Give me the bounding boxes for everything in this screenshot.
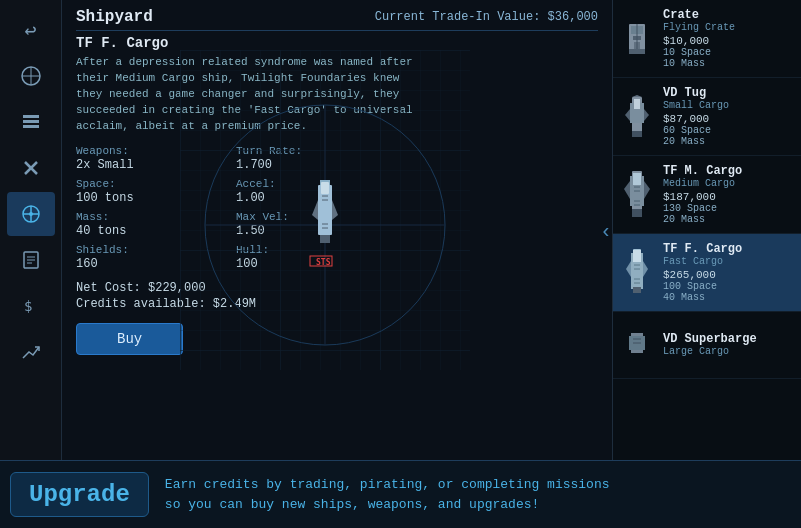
max-vel-label: Max Vel: xyxy=(236,211,396,223)
svg-marker-58 xyxy=(626,261,631,277)
upgrade-label[interactable]: Upgrade xyxy=(10,472,149,517)
accel-stat: Accel: 1.00 xyxy=(236,178,396,205)
hull-value: 100 xyxy=(236,257,396,271)
svg-rect-37 xyxy=(629,49,645,54)
tf-m-cargo-price: $187,000 xyxy=(663,191,795,203)
hull-label: Hull: xyxy=(236,244,396,256)
ship-list-item-tf-m-cargo[interactable]: TF M. Cargo Medium Cargo $187,000 130 Sp… xyxy=(613,156,801,234)
space-stat: Space: 100 tons xyxy=(76,178,236,205)
ship-list-item-crate[interactable]: Crate Flying Crate $10,000 10 Space10 Ma… xyxy=(613,0,801,78)
max-vel-value: 1.50 xyxy=(236,224,396,238)
vd-tug-name: VD Tug xyxy=(663,86,795,100)
vd-tug-ship-icon xyxy=(619,92,655,142)
stats-grid: Weapons: 2x Small Turn Rate: 1.700 Space… xyxy=(76,145,598,271)
tf-f-cargo-ship-icon xyxy=(619,248,655,298)
ship-icon xyxy=(20,203,42,225)
turn-rate-label: Turn Rate: xyxy=(236,145,396,157)
svg-rect-1 xyxy=(23,115,39,118)
svg-rect-50 xyxy=(632,209,642,217)
credits-available: Credits available: $2.49M xyxy=(76,297,598,311)
missions-icon xyxy=(21,250,41,270)
svg-marker-40 xyxy=(632,95,642,97)
vd-tug-info: VD Tug Small Cargo $87,000 60 Space20 Ma… xyxy=(663,86,795,147)
tf-m-cargo-info: TF M. Cargo Medium Cargo $187,000 130 Sp… xyxy=(663,164,795,225)
vd-superbarge-ship-icon xyxy=(619,320,655,370)
shields-label: Shields: xyxy=(76,244,236,256)
sidebar-item-ship[interactable] xyxy=(7,192,55,236)
vd-tug-type: Small Cargo xyxy=(663,100,795,111)
accel-label: Accel: xyxy=(236,178,396,190)
space-value: 100 tons xyxy=(76,191,236,205)
svg-marker-43 xyxy=(644,109,649,121)
accel-value: 1.00 xyxy=(236,191,396,205)
tf-m-cargo-name: TF M. Cargo xyxy=(663,164,795,178)
trade-icon: $ xyxy=(21,296,41,316)
upgrade-text-line2: so you can buy new ships, weapons, and u… xyxy=(165,497,539,512)
crate-type: Flying Crate xyxy=(663,22,795,33)
tf-m-cargo-stats: 130 Space20 Mass xyxy=(663,203,795,225)
tf-f-cargo-info: TF F. Cargo Fast Cargo $265,000 100 Spac… xyxy=(663,242,795,303)
svg-rect-41 xyxy=(634,99,640,109)
sidebar-item-tools[interactable] xyxy=(7,146,55,190)
ship-list-panel: Crate Flying Crate $10,000 10 Space10 Ma… xyxy=(612,0,801,460)
sidebar-item-inventory[interactable] xyxy=(7,100,55,144)
svg-marker-42 xyxy=(625,109,630,121)
svg-marker-59 xyxy=(643,261,648,277)
shields-stat: Shields: 160 xyxy=(76,244,236,271)
tools-icon xyxy=(21,158,41,178)
crate-stats: 10 Space10 Mass xyxy=(663,47,795,69)
ship-list-item-vd-superbarge[interactable]: VD Superbarge Large Cargo xyxy=(613,312,801,379)
svg-rect-2 xyxy=(23,120,39,123)
turn-rate-value: 1.700 xyxy=(236,158,396,172)
upgrade-bar: Upgrade Earn credits by trading, piratin… xyxy=(0,460,801,528)
tf-m-cargo-type: Medium Cargo xyxy=(663,178,795,189)
sidebar-item-stats[interactable] xyxy=(7,330,55,374)
inventory-icon xyxy=(21,112,41,132)
upgrade-text-line1: Earn credits by trading, pirating, or co… xyxy=(165,477,610,492)
mass-label: Mass: xyxy=(76,211,236,223)
tf-f-cargo-stats: 100 Space40 Mass xyxy=(663,281,795,303)
sidebar: ↩ xyxy=(0,0,62,528)
tf-f-cargo-price: $265,000 xyxy=(663,269,795,281)
turn-rate-stat: Turn Rate: 1.700 xyxy=(236,145,396,172)
svg-rect-3 xyxy=(23,125,39,128)
space-label: Space: xyxy=(76,178,236,190)
stats-icon xyxy=(21,342,41,362)
scroll-left-arrow[interactable]: ‹ xyxy=(600,220,612,243)
sidebar-item-trade[interactable]: $ xyxy=(7,284,55,328)
ship-list-item-vd-tug[interactable]: VD Tug Small Cargo $87,000 60 Space20 Ma… xyxy=(613,78,801,156)
trade-value: Current Trade-In Value: $36,000 xyxy=(375,10,598,24)
svg-rect-44 xyxy=(632,131,642,137)
vd-superbarge-name: VD Superbarge xyxy=(663,332,795,346)
max-vel-stat: Max Vel: 1.50 xyxy=(236,211,396,238)
crate-ship-icon xyxy=(619,14,655,64)
vd-superbarge-info: VD Superbarge Large Cargo xyxy=(663,332,795,359)
svg-rect-47 xyxy=(633,173,641,185)
weapons-label: Weapons: xyxy=(76,145,236,157)
ship-description: After a depression related syndrome was … xyxy=(76,55,416,135)
page-title: Shipyard xyxy=(76,8,153,26)
cost-section: Net Cost: $229,000 Credits available: $2… xyxy=(76,281,598,311)
sidebar-item-map[interactable] xyxy=(7,54,55,98)
hull-stat: Hull: 100 xyxy=(236,244,396,271)
mass-stat: Mass: 40 tons xyxy=(76,211,236,238)
shields-value: 160 xyxy=(76,257,236,271)
svg-rect-60 xyxy=(633,287,641,293)
mass-value: 40 tons xyxy=(76,224,236,238)
upgrade-text: Earn credits by trading, pirating, or co… xyxy=(165,475,610,514)
ship-name: TF F. Cargo xyxy=(76,35,598,51)
sidebar-item-back[interactable]: ↩ xyxy=(7,8,55,52)
weapons-value: 2x Small xyxy=(76,158,236,172)
crate-info: Crate Flying Crate $10,000 10 Space10 Ma… xyxy=(663,8,795,69)
svg-rect-57 xyxy=(633,250,641,262)
vd-superbarge-type: Large Cargo xyxy=(663,346,795,357)
vd-tug-stats: 60 Space20 Mass xyxy=(663,125,795,147)
sidebar-item-missions[interactable] xyxy=(7,238,55,282)
main-panel: Shipyard Current Trade-In Value: $36,000… xyxy=(62,0,612,460)
tf-m-cargo-ship-icon xyxy=(619,170,655,220)
weapons-stat: Weapons: 2x Small xyxy=(76,145,236,172)
svg-marker-49 xyxy=(644,181,650,199)
ship-list-item-tf-f-cargo[interactable]: TF F. Cargo Fast Cargo $265,000 100 Spac… xyxy=(613,234,801,312)
tf-f-cargo-name: TF F. Cargo xyxy=(663,242,795,256)
buy-button[interactable]: Buy xyxy=(76,323,183,355)
